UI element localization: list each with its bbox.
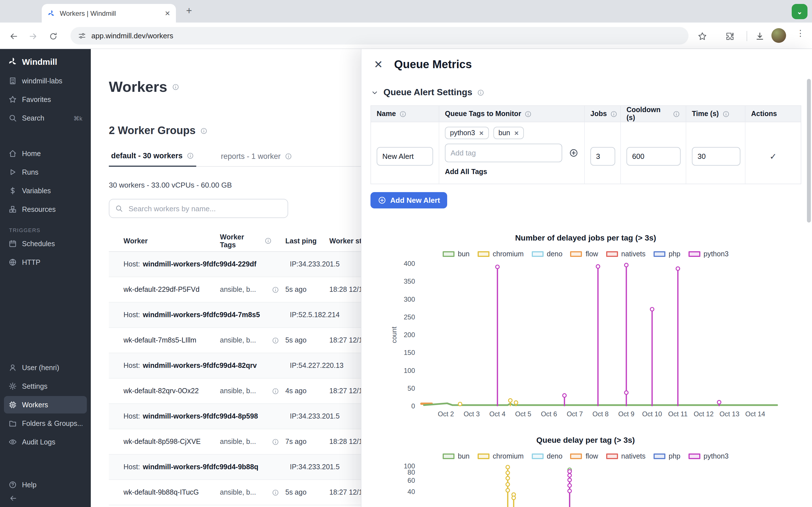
svg-text:Oct 13: Oct 13: [719, 410, 740, 418]
address-bar[interactable]: app.windmill.dev/workers: [70, 27, 689, 45]
menu-kebab-icon[interactable]: ⋮: [796, 28, 805, 38]
legend-item-nativets[interactable]: nativets: [606, 250, 645, 258]
add-new-alert-button[interactable]: Add New Alert: [370, 192, 448, 209]
reload-button[interactable]: [45, 28, 61, 44]
svg-text:Oct 3: Oct 3: [463, 410, 479, 418]
sidebar-item-resources[interactable]: Resources: [4, 201, 87, 218]
bookmark-star-icon[interactable]: [695, 29, 709, 43]
sidebar-item-search[interactable]: Search⌘k: [4, 109, 87, 127]
svg-text:250: 250: [404, 313, 415, 321]
queue-delay-chart: Queue delay per tag (> 3s) bunchromiumde…: [370, 436, 801, 507]
info-icon[interactable]: [673, 110, 680, 117]
col-name: Name: [371, 106, 439, 122]
sidebar-item-schedules[interactable]: Schedules: [4, 235, 87, 252]
info-icon[interactable]: [272, 438, 279, 445]
sidebar-collapse-icon[interactable]: [9, 494, 17, 503]
add-all-tags-link[interactable]: Add All Tags: [445, 168, 578, 176]
tab-label: reports - 1 worker: [221, 152, 281, 160]
alert-name-input[interactable]: [377, 147, 433, 166]
info-icon[interactable]: [200, 127, 207, 134]
tab-reports-group[interactable]: reports - 1 worker: [219, 152, 294, 166]
cpu-icon: [8, 400, 17, 409]
svg-text:Oct 10: Oct 10: [642, 410, 662, 418]
add-tag-input[interactable]: [445, 144, 562, 162]
sidebar-item-folders[interactable]: Folders & Groups...: [4, 414, 87, 432]
sidebar-item-variables[interactable]: Variables: [4, 182, 87, 200]
info-icon[interactable]: [610, 110, 617, 117]
legend-swatch: [477, 251, 490, 257]
time-input[interactable]: [692, 147, 741, 166]
sidebar-item-home[interactable]: Home: [4, 145, 87, 162]
legend-item-flow[interactable]: flow: [570, 250, 598, 258]
queue-alert-settings-toggle[interactable]: Queue Alert Settings: [370, 86, 801, 99]
search-workers-input[interactable]: [128, 204, 282, 213]
info-icon[interactable]: [285, 152, 292, 160]
info-icon[interactable]: [272, 337, 279, 344]
info-icon[interactable]: [187, 152, 194, 159]
sidebar-item-user[interactable]: User (henri): [4, 359, 87, 376]
info-icon[interactable]: [399, 110, 407, 117]
tag-pill-bun[interactable]: bun✕: [493, 127, 524, 139]
close-icon[interactable]: ✕: [370, 57, 386, 72]
info-icon[interactable]: [272, 387, 279, 395]
sidebar-item-audit[interactable]: Audit Logs: [4, 433, 87, 451]
col-queue-tags: Queue Tags to Monitor: [439, 106, 584, 122]
sidebar-item-favorites[interactable]: Favorites: [4, 91, 87, 108]
sidebar-item-workspace[interactable]: windmill-labs: [4, 72, 87, 90]
add-tag-plus-icon[interactable]: [569, 148, 578, 158]
legend-item-nativets[interactable]: nativets: [606, 452, 645, 460]
alert-table-header: Name Queue Tags to Monitor Jobs Cooldown…: [371, 106, 801, 122]
legend-item-deno[interactable]: deno: [531, 452, 562, 460]
forward-button[interactable]: [25, 28, 41, 44]
legend-item-php[interactable]: php: [654, 250, 680, 258]
legend-item-chromium[interactable]: chromium: [477, 452, 524, 460]
sidebar-item-help[interactable]: Help: [4, 476, 87, 494]
site-settings-icon[interactable]: [78, 32, 86, 40]
legend-item-python3[interactable]: python3: [688, 452, 728, 460]
downloads-icon[interactable]: [752, 29, 767, 43]
confirm-alert-check-icon[interactable]: ✓: [751, 152, 795, 162]
scrollbar-thumb[interactable]: [807, 79, 811, 223]
url-text[interactable]: app.windmill.dev/workers: [91, 32, 173, 40]
app-logo[interactable]: Windmill: [0, 49, 91, 71]
triggers-section-label: TRIGGERS: [9, 227, 91, 233]
info-icon[interactable]: [524, 110, 532, 117]
jobs-input[interactable]: [591, 147, 615, 166]
back-button[interactable]: [6, 28, 21, 44]
info-icon[interactable]: [172, 83, 179, 91]
legend-item-flow[interactable]: flow: [570, 452, 598, 460]
legend-item-deno[interactable]: deno: [531, 250, 562, 258]
tab-close-icon[interactable]: ✕: [165, 9, 170, 17]
col-time: Time (s): [686, 106, 745, 122]
legend-swatch: [443, 453, 455, 459]
info-icon[interactable]: [272, 286, 279, 293]
legend-swatch: [443, 251, 455, 257]
sidebar-item-runs[interactable]: Runs: [4, 163, 87, 181]
remove-tag-icon[interactable]: ✕: [514, 130, 519, 136]
info-icon[interactable]: [477, 89, 484, 96]
profile-chip[interactable]: ⌄: [792, 4, 808, 19]
sidebar-item-settings[interactable]: Settings: [4, 378, 87, 395]
sidebar-item-workers[interactable]: Workers: [4, 396, 87, 413]
new-tab-button[interactable]: +: [186, 5, 192, 17]
legend-item-python3[interactable]: python3: [688, 250, 728, 258]
worker-tags: ansible, b...: [220, 286, 272, 293]
sidebar-item-label: Resources: [22, 205, 56, 213]
info-icon[interactable]: [264, 237, 272, 244]
remove-tag-icon[interactable]: ✕: [479, 130, 484, 136]
info-icon[interactable]: [272, 489, 279, 496]
sidebar-item-http[interactable]: HTTP: [4, 253, 87, 271]
search-workers-box[interactable]: [109, 199, 288, 218]
info-icon[interactable]: [722, 110, 729, 117]
legend-item-bun[interactable]: bun: [443, 250, 470, 258]
extensions-icon[interactable]: [722, 29, 737, 43]
browser-tab[interactable]: Workers | Windmill ✕: [42, 4, 176, 22]
legend-item-php[interactable]: php: [654, 452, 680, 460]
tag-pill-python3[interactable]: python3✕: [445, 127, 489, 139]
profile-avatar[interactable]: [771, 28, 786, 43]
legend-item-bun[interactable]: bun: [443, 452, 470, 460]
legend-item-chromium[interactable]: chromium: [477, 250, 524, 258]
cooldown-input[interactable]: [626, 147, 680, 166]
worker-group-tabs: default - 30 workers reports - 1 worker: [109, 152, 361, 167]
tab-default-group[interactable]: default - 30 workers: [109, 152, 196, 167]
